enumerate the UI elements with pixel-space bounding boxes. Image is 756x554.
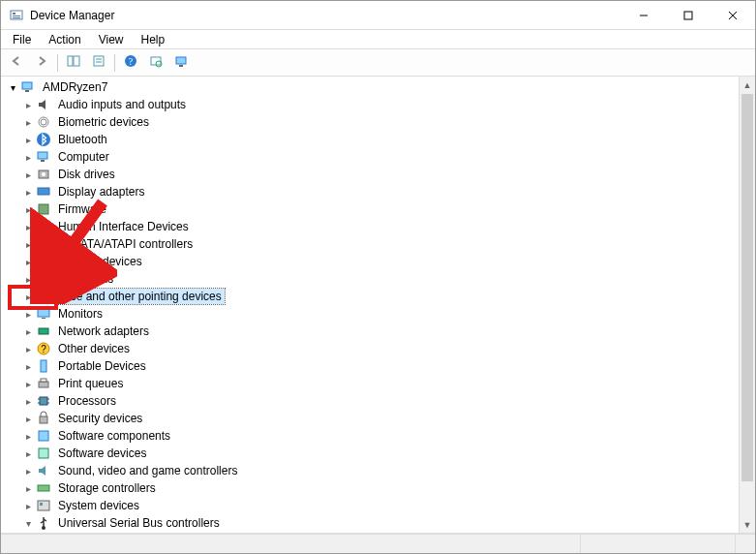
svg-point-58 (42, 526, 45, 530)
tree-category[interactable]: ▸Human Interface Devices (1, 218, 739, 235)
svg-rect-46 (41, 379, 46, 382)
expand-toggle[interactable]: ▾ (20, 515, 36, 531)
expand-toggle[interactable]: ▸ (20, 184, 36, 200)
tree-category[interactable]: ▸Biometric devices (1, 113, 739, 131)
expand-toggle[interactable]: ▸ (20, 411, 36, 426)
expand-toggle[interactable]: ▸ (20, 167, 36, 182)
expand-toggle[interactable]: ▾ (5, 79, 20, 95)
tree-category[interactable]: ▸Software components (1, 427, 739, 445)
tree-category-label: Audio inputs and outputs (55, 97, 189, 112)
help-button[interactable]: ? (119, 52, 142, 74)
expand-toggle[interactable]: ▸ (20, 341, 36, 356)
expand-toggle[interactable]: ▸ (20, 376, 36, 391)
expand-toggle[interactable]: ▸ (20, 289, 36, 304)
window-controls (621, 1, 755, 29)
expand-toggle[interactable]: ▸ (20, 463, 36, 478)
tree-category-label: Software devices (55, 446, 149, 461)
tree-category[interactable]: ▸Keyboards (1, 270, 739, 288)
tree-category[interactable]: ▸Monitors (1, 305, 739, 323)
svg-rect-17 (176, 57, 186, 64)
computer-icon (36, 149, 51, 165)
tree-category[interactable]: ▸Firmware (1, 200, 739, 218)
svg-rect-24 (38, 152, 47, 159)
tree-category[interactable]: ▸Display adapters (1, 183, 739, 200)
properties-button[interactable] (87, 52, 110, 74)
expand-toggle[interactable]: ▸ (20, 236, 36, 252)
expand-toggle[interactable]: ▸ (20, 393, 36, 409)
vertical-scrollbar[interactable]: ▲ ▼ (739, 77, 755, 533)
tree-category[interactable]: ▸Sound, video and game controllers (1, 462, 739, 479)
expand-toggle[interactable]: ▸ (20, 271, 36, 287)
device-tree-scroll[interactable]: ▾AMDRyzen7▸Audio inputs and outputs▸Biom… (1, 77, 739, 533)
forward-button[interactable] (30, 52, 53, 74)
tree-category[interactable]: ▸Processors (1, 392, 739, 410)
expand-toggle[interactable]: ▸ (20, 219, 36, 234)
arrow-right-icon (35, 54, 48, 71)
scroll-up-button[interactable]: ▲ (740, 77, 755, 93)
tree-root[interactable]: ▾AMDRyzen7 (1, 78, 739, 96)
tree-category[interactable]: ▸Security devices (1, 410, 739, 427)
tree-category[interactable]: ▸Audio inputs and outputs (1, 96, 739, 113)
expand-toggle[interactable]: ▸ (20, 97, 36, 112)
show-hide-console-button[interactable] (62, 52, 85, 74)
tree-category-label: Sound, video and game controllers (55, 463, 240, 478)
svg-rect-41 (39, 328, 48, 334)
scroll-down-button[interactable]: ▼ (740, 516, 755, 533)
expand-toggle[interactable]: ▸ (20, 254, 36, 269)
expand-toggle[interactable]: ▸ (20, 498, 36, 513)
tree-category[interactable]: ▸?Other devices (1, 340, 739, 357)
tree-category-label: Portable Devices (55, 358, 149, 374)
svg-rect-20 (25, 90, 29, 92)
printer-icon (36, 376, 51, 391)
minimize-button[interactable] (621, 1, 666, 29)
hid-icon (36, 219, 51, 234)
expand-toggle[interactable]: ▸ (20, 132, 36, 147)
menu-view[interactable]: View (91, 31, 132, 48)
tree-category[interactable]: ▸Network adapters (1, 323, 739, 340)
expand-toggle[interactable]: ▸ (20, 428, 36, 444)
tree-category[interactable]: ▸Software devices (1, 445, 739, 462)
tree-category[interactable]: ▸Portable Devices (1, 357, 739, 375)
expand-toggle[interactable]: ▸ (20, 480, 36, 496)
close-button[interactable] (711, 1, 755, 29)
maximize-button[interactable] (666, 1, 711, 29)
imaging-icon (36, 254, 51, 269)
tree-category[interactable]: ▸Storage controllers (1, 479, 739, 497)
svg-text:?: ? (129, 56, 134, 67)
expand-toggle[interactable]: ▸ (20, 306, 36, 322)
ide-icon (36, 236, 51, 252)
computer-root-icon (20, 79, 36, 95)
tree-category[interactable]: ▸Disk drives (1, 166, 739, 183)
tree-category-label: Imaging devices (55, 254, 145, 269)
show-hidden-button[interactable] (169, 52, 193, 74)
expand-toggle[interactable]: ▸ (20, 149, 36, 165)
tree-category[interactable]: ▸Mice and other pointing devices (1, 288, 739, 305)
menu-bar: File Action View Help (1, 30, 755, 49)
tree-category[interactable]: ▸Imaging devices (1, 253, 739, 270)
menu-file[interactable]: File (5, 31, 39, 48)
tree-category[interactable]: ▸IDE ATA/ATAPI controllers (1, 235, 739, 253)
expand-toggle[interactable]: ▸ (20, 201, 36, 217)
expand-toggle[interactable]: ▸ (20, 114, 36, 130)
title-bar-left: Device Manager (1, 8, 114, 23)
software-dev-icon (36, 446, 51, 461)
expand-toggle[interactable]: ▸ (20, 323, 36, 339)
menu-action[interactable]: Action (41, 31, 88, 48)
menu-help[interactable]: Help (134, 31, 173, 48)
usb-icon (36, 515, 51, 531)
scroll-thumb[interactable] (741, 94, 753, 481)
scan-button[interactable] (144, 52, 167, 74)
tree-category[interactable]: ▸Computer (1, 148, 739, 166)
svg-rect-29 (39, 204, 48, 214)
tree-category[interactable]: ▸Print queues (1, 375, 739, 392)
monitor-device-icon (36, 306, 51, 322)
svg-rect-52 (40, 416, 47, 423)
tree-category[interactable]: ▸System devices (1, 497, 739, 514)
tree-category[interactable]: ▸Bluetooth (1, 131, 739, 148)
tree-category-label: Computer (55, 149, 112, 165)
svg-rect-31 (38, 241, 49, 247)
expand-toggle[interactable]: ▸ (20, 358, 36, 374)
tree-category[interactable]: ▾Universal Serial Bus controllers (1, 514, 739, 532)
expand-toggle[interactable]: ▸ (20, 446, 36, 461)
back-button[interactable] (5, 52, 28, 74)
